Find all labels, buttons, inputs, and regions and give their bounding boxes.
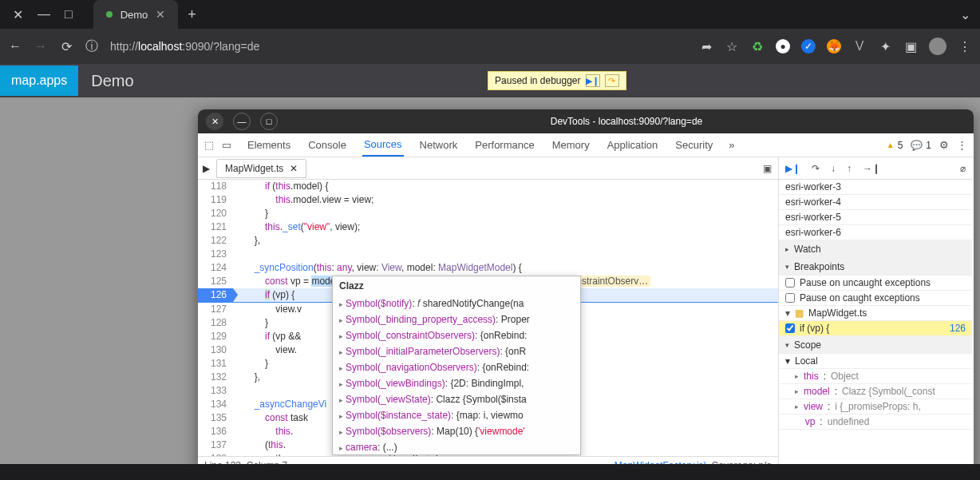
extension-dot-icon[interactable]: ● (776, 39, 790, 54)
tooltip-property[interactable]: Symbol($observers): Map(10) {'viewmode' (333, 424, 580, 440)
scope-variable[interactable]: ▸ view: i {_promiseProps: h, (779, 399, 972, 415)
tooltip-property[interactable]: Symbol(_navigationObservers): {onRebind: (333, 360, 580, 376)
share-icon[interactable]: ➦ (699, 39, 713, 54)
extension-check-icon[interactable]: ✓ (801, 39, 816, 54)
navigator-toggle-icon[interactable]: ▶ (203, 163, 210, 174)
watch-section[interactable]: Watch (779, 240, 972, 258)
code-line[interactable]: } (233, 207, 778, 220)
profile-avatar[interactable] (929, 38, 946, 55)
dbg-step-into-icon[interactable]: ↓ (831, 163, 836, 174)
line-number[interactable]: 130 (198, 343, 233, 357)
code-line[interactable] (233, 248, 778, 261)
scope-variable[interactable]: vp: undefined (779, 415, 972, 430)
line-number[interactable]: 124 (198, 261, 233, 275)
tab-application[interactable]: Application (606, 133, 660, 157)
line-number[interactable]: 127 (198, 303, 233, 316)
inspect-icon[interactable]: ⬚ (204, 139, 214, 151)
messages-badge[interactable]: 1 (911, 140, 931, 151)
panel-icon[interactable]: ▣ (903, 39, 918, 54)
code-line[interactable]: }, (233, 234, 778, 248)
back-button[interactable]: ← (8, 39, 22, 54)
line-number[interactable]: 120 (198, 207, 233, 220)
tooltip-property[interactable]: Symbol(_viewState): Clazz {Symbol($insta (333, 392, 580, 408)
line-number[interactable]: 134 (198, 398, 233, 411)
extension-v-icon[interactable]: V (852, 39, 867, 54)
tab-network[interactable]: Network (418, 133, 460, 157)
breakpoint-file-row[interactable]: ▾▦MapWidget.ts (779, 306, 972, 321)
code-line[interactable]: this._set("view", view); (233, 220, 778, 234)
tooltip-property[interactable]: Symbol(_initialParameterObservers): {onR (333, 344, 580, 360)
tab-sources[interactable]: Sources (362, 133, 404, 157)
tab-performance[interactable]: Performance (473, 133, 535, 157)
more-tabs-icon[interactable]: » (729, 139, 734, 151)
bookmark-icon[interactable]: ☆ (725, 39, 739, 54)
url-input[interactable]: http://localhost:9090/?lang=de (110, 40, 688, 53)
tab-console[interactable]: Console (306, 133, 348, 157)
object-inspector-tooltip[interactable]: ClazzSymbol($notify): f sharedNotifyChan… (332, 276, 581, 455)
pause-caught-checkbox[interactable] (785, 293, 795, 303)
device-toggle-icon[interactable]: ▭ (222, 139, 231, 151)
scope-local[interactable]: ▾Local (779, 354, 972, 369)
line-number[interactable]: 128 (198, 316, 233, 330)
step-over-button[interactable]: ↷ (605, 74, 619, 87)
line-number[interactable]: 137 (198, 438, 233, 452)
browser-tab[interactable]: Demo ✕ (93, 0, 179, 29)
scope-variable[interactable]: ▸ this: Object (779, 369, 972, 384)
code-line[interactable]: this.model.view = view; (233, 193, 778, 207)
breakpoint-row[interactable]: if (vp) { 126 (779, 321, 972, 336)
dbg-step-out-icon[interactable]: ↑ (847, 163, 852, 174)
breakpoints-section[interactable]: Breakpoints (779, 258, 972, 276)
line-number[interactable]: 123 (198, 248, 233, 261)
thread-row[interactable]: esri-worker-3 (779, 180, 972, 195)
dbg-resume-icon[interactable]: ▶❙ (785, 163, 800, 174)
scope-section[interactable]: Scope (779, 336, 972, 354)
window-maximize-icon[interactable]: □ (65, 7, 73, 22)
thread-row[interactable]: esri-worker-6 (779, 225, 972, 240)
line-number[interactable]: 126 (198, 288, 233, 303)
thread-row[interactable]: esri-worker-4 (779, 195, 972, 210)
line-number[interactable]: 136 (198, 425, 233, 438)
code-line[interactable]: if (this.model) { (233, 180, 778, 193)
line-number[interactable]: 138 (198, 452, 233, 456)
line-number[interactable]: 118 (198, 180, 233, 193)
devtools-maximize-icon[interactable]: □ (260, 113, 278, 130)
window-close-icon[interactable]: ✕ (13, 7, 23, 22)
file-tab-mapwidget[interactable]: MapWidget.ts ✕ (216, 159, 306, 178)
tooltip-property[interactable]: Symbol($notify): f sharedNotifyChange(na (333, 296, 580, 312)
tooltip-property[interactable]: Symbol(_constraintObservers): {onRebind: (333, 328, 580, 344)
dbg-step-icon[interactable]: →❙ (863, 163, 880, 174)
resume-button[interactable]: ▶❙ (586, 74, 600, 87)
extension-firefox-icon[interactable]: 🦊 (827, 39, 841, 54)
tooltip-property[interactable]: Symbol(_viewBindings): {2D: BindingImpl, (333, 376, 580, 392)
extension-recycle-icon[interactable]: ♻ (750, 39, 765, 54)
line-number[interactable]: 131 (198, 357, 233, 371)
dbg-deactivate-icon[interactable]: ⌀ (960, 163, 966, 174)
reload-button[interactable]: ⟳ (59, 39, 73, 54)
line-number[interactable]: 133 (198, 384, 233, 398)
tab-memory[interactable]: Memory (551, 133, 591, 157)
code-line[interactable]: _syncPosition(this: any, view: View, mod… (233, 261, 778, 275)
tooltip-property[interactable]: camera: (...) (333, 440, 580, 455)
settings-icon[interactable]: ⚙ (939, 139, 949, 151)
devtools-close-icon[interactable]: ✕ (206, 113, 223, 130)
sidebar-toggle-icon[interactable]: ▣ (763, 163, 772, 174)
tooltip-property[interactable]: Symbol($instance_state): {map: i, viewmo (333, 408, 580, 424)
dbg-step-over-icon[interactable]: ↷ (812, 163, 820, 174)
tab-close-icon[interactable]: ✕ (156, 8, 165, 21)
new-tab-button[interactable]: + (188, 6, 196, 23)
tabs-expand-icon[interactable]: ⌄ (960, 7, 970, 22)
window-minimize-icon[interactable]: ― (38, 7, 50, 22)
line-number[interactable]: 122 (198, 234, 233, 248)
line-number[interactable]: 129 (198, 330, 233, 343)
breakpoint-checkbox[interactable] (785, 323, 795, 333)
devtools-minimize-icon[interactable]: ― (233, 113, 251, 130)
scope-variable[interactable]: ▸ model: Clazz {Symbol(_const (779, 384, 972, 399)
tab-security[interactable]: Security (674, 133, 714, 157)
line-number[interactable]: 135 (198, 411, 233, 425)
tooltip-property[interactable]: Symbol(_binding_property_access): Proper (333, 312, 580, 328)
file-tab-close-icon[interactable]: ✕ (290, 163, 298, 174)
line-number[interactable]: 132 (198, 371, 233, 384)
line-number[interactable]: 121 (198, 220, 233, 234)
warnings-badge[interactable]: 5 (887, 140, 903, 151)
devtools-menu-icon[interactable]: ⋮ (957, 139, 967, 151)
